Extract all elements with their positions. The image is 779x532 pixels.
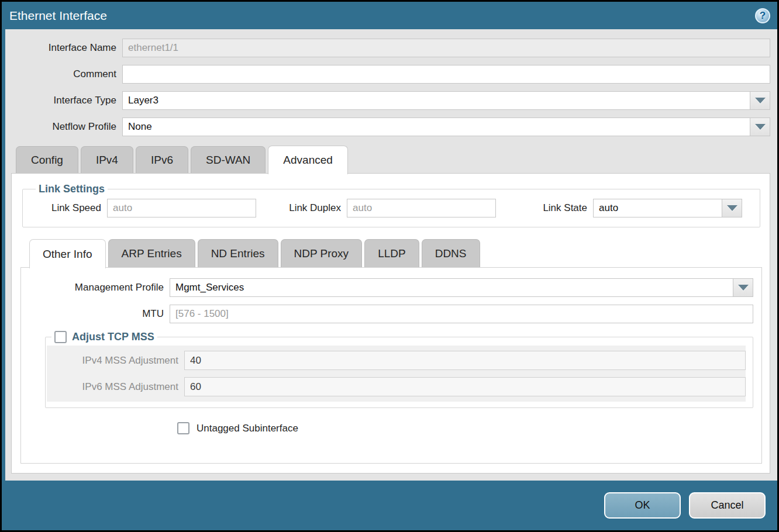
- ipv6-mss-field: [184, 377, 746, 396]
- subtab-ndp-proxy[interactable]: NDP Proxy: [281, 239, 363, 267]
- ipv4-mss-field: [184, 351, 746, 370]
- subtab-other-info[interactable]: Other Info: [29, 239, 106, 268]
- tab-ipv6[interactable]: IPv6: [136, 146, 188, 173]
- interface-name-field: [122, 39, 770, 57]
- subtab-nd-entries[interactable]: ND Entries: [198, 239, 278, 267]
- adjust-tcp-mss-legend-text: Adjust TCP MSS: [72, 331, 154, 343]
- ethernet-interface-dialog: Ethernet Interface ? Interface Name Comm…: [2, 2, 777, 530]
- link-speed-label: Link Speed: [31, 202, 107, 214]
- management-profile-dropdown[interactable]: Mgmt_Services: [170, 278, 753, 297]
- interface-type-row: Interface Type Layer3: [11, 91, 770, 110]
- netflow-profile-row: Netflow Profile None: [11, 118, 770, 136]
- chevron-down-icon: [755, 124, 766, 130]
- interface-name-label: Interface Name: [11, 42, 122, 54]
- link-state-dropdown-button[interactable]: [722, 199, 742, 217]
- help-icon[interactable]: ?: [755, 8, 770, 23]
- advanced-tab-panel: Link Settings Link Speed Link Duplex Lin…: [11, 173, 770, 474]
- interface-type-dropdown[interactable]: Layer3: [122, 91, 770, 110]
- management-profile-row: Management Profile Mgmt_Services: [29, 278, 753, 297]
- ok-button[interactable]: OK: [604, 492, 681, 519]
- ipv4-mss-label: IPv4 MSS Adjustment: [47, 355, 184, 367]
- interface-type-label: Interface Type: [11, 95, 122, 106]
- cancel-button[interactable]: Cancel: [689, 492, 766, 519]
- dialog-title: Ethernet Interface: [9, 9, 107, 23]
- screen-background: Ethernet Interface ? Interface Name Comm…: [0, 0, 779, 532]
- sub-tab-bar: Other Info ARP Entries ND Entries NDP Pr…: [29, 239, 762, 267]
- untagged-subinterface-checkbox[interactable]: [177, 422, 189, 434]
- link-settings-fieldset: Link Settings Link Speed Link Duplex Lin…: [22, 183, 760, 227]
- comment-field[interactable]: [122, 65, 770, 84]
- mtu-field[interactable]: [170, 305, 753, 323]
- ipv4-mss-row: IPv4 MSS Adjustment: [47, 351, 746, 370]
- link-duplex-label: Link Duplex: [285, 202, 347, 214]
- footer-bar: OK Cancel: [2, 481, 777, 530]
- link-speed-field[interactable]: [107, 199, 256, 217]
- title-bar: Ethernet Interface ?: [2, 2, 777, 29]
- tab-sdwan[interactable]: SD-WAN: [191, 146, 266, 173]
- other-info-panel: Management Profile Mgmt_Services MTU: [20, 267, 762, 464]
- untagged-subinterface-row: Untagged Subinterface: [177, 422, 753, 434]
- tab-advanced[interactable]: Advanced: [268, 146, 348, 174]
- link-settings-row: Link Speed Link Duplex Link State auto: [31, 199, 752, 217]
- comment-label: Comment: [11, 68, 122, 80]
- interface-type-dropdown-button[interactable]: [750, 92, 770, 109]
- ipv6-mss-label: IPv6 MSS Adjustment: [47, 381, 184, 393]
- management-profile-dropdown-button[interactable]: [733, 279, 753, 296]
- adjust-tcp-mss-checkbox[interactable]: [54, 331, 67, 343]
- mtu-label: MTU: [29, 308, 170, 320]
- ipv6-mss-row: IPv6 MSS Adjustment: [47, 377, 746, 396]
- chevron-down-icon: [738, 285, 749, 291]
- chevron-down-icon: [755, 98, 766, 103]
- dialog-body: Interface Name Comment Interface Type La…: [5, 29, 777, 481]
- management-profile-value: Mgmt_Services: [170, 279, 733, 296]
- tab-ipv4[interactable]: IPv4: [81, 146, 133, 173]
- interface-name-row: Interface Name: [11, 39, 770, 57]
- chevron-down-icon: [727, 205, 737, 211]
- link-duplex-field[interactable]: [347, 199, 496, 217]
- adjust-tcp-mss-fieldset: Adjust TCP MSS IPv4 MSS Adjustment IPv6 …: [45, 331, 753, 408]
- subtab-arp-entries[interactable]: ARP Entries: [108, 239, 195, 267]
- link-settings-legend: Link Settings: [36, 183, 108, 195]
- netflow-profile-dropdown[interactable]: None: [122, 118, 770, 136]
- netflow-profile-value: None: [123, 118, 750, 136]
- mss-disabled-area: IPv4 MSS Adjustment IPv6 MSS Adjustment: [47, 346, 746, 402]
- link-state-value: auto: [594, 199, 722, 217]
- interface-type-value: Layer3: [123, 92, 750, 109]
- netflow-profile-label: Netflow Profile: [11, 121, 122, 133]
- mtu-row: MTU: [29, 305, 753, 323]
- link-state-label: Link State: [543, 202, 593, 214]
- subtab-lldp[interactable]: LLDP: [364, 239, 419, 267]
- comment-row: Comment: [11, 65, 770, 84]
- untagged-subinterface-label: Untagged Subinterface: [197, 423, 298, 434]
- adjust-tcp-mss-legend: Adjust TCP MSS: [51, 331, 157, 343]
- management-profile-label: Management Profile: [29, 282, 170, 293]
- tab-config[interactable]: Config: [16, 146, 78, 173]
- link-state-dropdown[interactable]: auto: [593, 199, 742, 217]
- main-tab-bar: Config IPv4 IPv6 SD-WAN Advanced: [16, 146, 770, 173]
- netflow-profile-dropdown-button[interactable]: [750, 118, 770, 136]
- subtab-ddns[interactable]: DDNS: [422, 239, 480, 267]
